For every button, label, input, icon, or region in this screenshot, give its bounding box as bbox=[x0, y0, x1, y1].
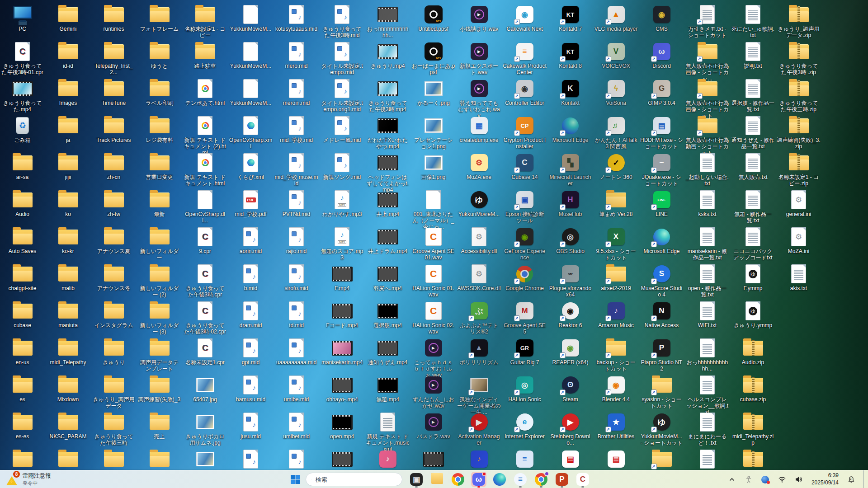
desktop-icon[interactable]: 001_東北きりたん（ノーマル）_今じゃ... bbox=[411, 190, 455, 230]
desktop-icon[interactable]: PDFmid_学校.pdf bbox=[229, 190, 273, 217]
desktop-icon[interactable]: ▶↗Activation Manager bbox=[457, 412, 501, 446]
desktop-icon[interactable]: アナウンス冬 bbox=[92, 264, 136, 291]
desktop-icon[interactable]: 死にたい_ゅ歌詞.txt bbox=[731, 5, 775, 38]
desktop-icon[interactable]: ぷ↗ぷよぷよ™テトリス®2 bbox=[457, 301, 501, 335]
desktop-icon[interactable]: ゆ↗YukkuriMovieM... - ショートカット bbox=[640, 412, 684, 446]
desktop-icon[interactable]: ↗万引きメモ.txt - ショートカット bbox=[685, 5, 729, 38]
desktop-icon[interactable]: OpenCvSharp.dll... bbox=[183, 190, 227, 224]
desktop-icon[interactable]: 65407.jpg bbox=[183, 375, 227, 403]
desktop-icon[interactable]: ohhayo-.mp4 bbox=[320, 375, 364, 403]
desktop-icon[interactable]: ♪mero.mid bbox=[274, 42, 318, 69]
desktop-icon[interactable] bbox=[0, 449, 44, 470]
desktop-icon[interactable]: 新規 テキスト ドキュメント.musicxml bbox=[366, 412, 410, 452]
desktop-icon[interactable]: 無題 - 親作品一覧.txt bbox=[731, 190, 775, 224]
taskbar-app-chrome-profile[interactable] bbox=[533, 472, 549, 487]
taskbar-app-steinberg-hub[interactable]: ≡ bbox=[513, 472, 528, 487]
desktop-icon[interactable]: manisekarin - 親作品一覧.txt bbox=[685, 227, 729, 261]
desktop-icon[interactable]: maniuta bbox=[46, 301, 90, 328]
desktop-icon[interactable]: 売上 bbox=[137, 412, 181, 440]
desktop-icon[interactable]: ◉↗REAPER (x64) bbox=[548, 338, 592, 366]
desktop-icon[interactable]: きゅうり bbox=[92, 338, 136, 366]
desktop-icon[interactable]: TimeTune bbox=[92, 79, 136, 106]
desktop-icon[interactable]: 新規 テキスト ドキュメント (2).html bbox=[183, 116, 227, 156]
desktop-icon[interactable]: S↗MuseScore Studio 4 bbox=[640, 264, 684, 298]
desktop-icon[interactable]: ↗無人販売不正行為画像 - ショートカッ... bbox=[685, 42, 729, 82]
desktop-icon[interactable] bbox=[46, 449, 90, 470]
desktop-icon[interactable]: NKSC_PARAM bbox=[46, 412, 90, 440]
desktop-icon[interactable]: NT2Untitled.ppsf bbox=[411, 5, 455, 32]
desktop-icon[interactable]: ⚙general.ini bbox=[777, 190, 821, 217]
desktop-icon[interactable]: おっhhhhhhhhhhhh... bbox=[685, 338, 729, 372]
desktop-icon[interactable]: ▤↗HDDFMT.exe - ショートカット bbox=[640, 116, 684, 150]
desktop-icon[interactable]: 新しいフォルダー (3) bbox=[137, 301, 181, 335]
tray-accessibility-icon[interactable] bbox=[743, 474, 755, 485]
desktop-icon[interactable]: 羽尻へ.mp4 bbox=[366, 264, 410, 291]
desktop-icon[interactable]: レジ袋有料 bbox=[137, 116, 181, 143]
desktop-icon[interactable]: CHALion Sonic 01.wav bbox=[411, 264, 455, 298]
desktop-icon[interactable]: G↗GIMP 3.0.4 bbox=[640, 79, 684, 106]
desktop-icon[interactable]: まにまにわーるど！.txt bbox=[685, 412, 729, 446]
desktop-icon[interactable]: インスタグラム bbox=[92, 301, 136, 328]
desktop-icon[interactable]: runtimes bbox=[92, 5, 136, 32]
desktop-icon[interactable]: ↗Google Chrome bbox=[503, 264, 547, 291]
desktop-icon[interactable]: ▦createdump.exe bbox=[457, 116, 501, 143]
weather-widget[interactable]: 8 雷雨注意報 発令中 bbox=[3, 471, 54, 488]
desktop-icon[interactable]: ✓↗ノートン 360 bbox=[594, 153, 638, 180]
desktop-icon[interactable]: ksks.txt bbox=[685, 190, 729, 217]
taskbar-app-chrome[interactable] bbox=[450, 472, 466, 487]
desktop-icon[interactable]: ▲↗ポリリリリズム bbox=[457, 338, 501, 366]
desktop-icon[interactable]: ▶こってゅｈｄｓｂｆｄすおｆふぉ.wav bbox=[411, 338, 455, 378]
desktop-icon[interactable]: 画像1.png bbox=[411, 153, 455, 180]
desktop-icon[interactable]: Fコード.mp4 bbox=[320, 301, 364, 328]
desktop-icon[interactable]: ♪ bbox=[366, 449, 410, 470]
desktop-icon[interactable]: プレゼンテーション1.png bbox=[411, 116, 455, 150]
desktop-icon[interactable] bbox=[411, 449, 455, 470]
desktop-icon[interactable]: malib bbox=[46, 264, 90, 291]
taskbar-app-discord[interactable]: ω bbox=[471, 472, 486, 487]
desktop-icon[interactable]: 井上ドラム.mp4 bbox=[366, 227, 410, 254]
desktop-icon[interactable]: ▤ bbox=[594, 449, 638, 470]
desktop-icon[interactable]: zh-cn bbox=[92, 153, 136, 180]
desktop-icon[interactable]: ♪PVTNd.mid bbox=[274, 190, 318, 217]
desktop-icon[interactable]: WIFI.txt bbox=[685, 301, 729, 328]
desktop-icon[interactable]: ♪タイトル未設定.tempo.orig1.mid bbox=[320, 79, 364, 113]
desktop-icon[interactable]: Auto Saves bbox=[0, 227, 44, 254]
taskbar-app-powerpoint[interactable]: P bbox=[554, 472, 570, 487]
desktop-icon[interactable]: Cきゅうり食ってた午後3時.cpr bbox=[183, 264, 227, 298]
desktop-icon[interactable] bbox=[685, 449, 729, 470]
desktop-icon[interactable]: ◉CMS bbox=[640, 5, 684, 32]
desktop-icon[interactable]: ♪umibet.mid bbox=[274, 412, 318, 440]
desktop-icon[interactable]: ♪MP3わかりやす.mp3 bbox=[320, 190, 364, 217]
desktop-icon[interactable]: Audio.zip bbox=[731, 338, 775, 366]
desktop-icon[interactable]: ▶↗Steinberg Downlo... bbox=[548, 412, 592, 446]
desktop-icon[interactable]: ▶答え知っててもむずいわこれ.wav bbox=[457, 79, 501, 119]
desktop-icon[interactable]: Cきゅうり食ってた午後3時-02.cpr bbox=[183, 301, 227, 335]
desktop-icon[interactable]: en-us bbox=[0, 338, 44, 366]
desktop-icon[interactable]: manisekarin.mp4 bbox=[320, 338, 364, 366]
desktop-icon[interactable] bbox=[183, 449, 227, 470]
desktop-icon[interactable]: e↗Internet Explorer bbox=[503, 412, 547, 440]
desktop-icon[interactable]: ♪sirofo.mid bbox=[274, 264, 318, 291]
desktop-icon[interactable]: 通知うぜえ.mp4 bbox=[366, 338, 410, 366]
desktop-icon[interactable]: V↗VOICEVOX bbox=[594, 42, 638, 69]
desktop-icon[interactable]: P↗Piapro Studio NT2 bbox=[640, 338, 684, 372]
desktop-icon[interactable]: es bbox=[0, 375, 44, 403]
desktop-icon[interactable]: ♻ごみ箱 bbox=[0, 116, 44, 143]
desktop-icon[interactable]: 選択肢 - 親作品一覧.txt bbox=[731, 79, 775, 113]
desktop-icon[interactable]: ▲↗VLC media player bbox=[594, 5, 638, 32]
desktop-icon[interactable]: ↗airset2-2019 bbox=[594, 264, 638, 291]
wifi-icon[interactable] bbox=[776, 474, 788, 485]
desktop-icon[interactable]: 調声用データテンプレート bbox=[137, 338, 181, 372]
desktop-icon[interactable]: フォトフレーム bbox=[137, 5, 181, 32]
desktop-icon[interactable]: ↗ bbox=[640, 449, 684, 470]
desktop-icon[interactable]: Audio bbox=[0, 190, 44, 217]
desktop-icon[interactable]: ♪hamusu.mid bbox=[229, 375, 273, 403]
desktop-icon[interactable] bbox=[137, 449, 181, 470]
desktop-icon[interactable]: Images bbox=[46, 79, 90, 106]
desktop-icon[interactable]: きゅうり食ってた午後三時 bbox=[92, 412, 136, 446]
desktop-icon[interactable]: Mixdown bbox=[46, 375, 90, 403]
show-desktop-button[interactable] bbox=[863, 470, 865, 488]
desktop-icon[interactable]: ~↗JQuake.exe - ショートカット bbox=[640, 153, 684, 187]
desktop-icon[interactable]: ◉↗GeForce Experience bbox=[503, 227, 547, 261]
desktop-icon[interactable]: ゆYukkuriMovieM... bbox=[457, 190, 501, 217]
